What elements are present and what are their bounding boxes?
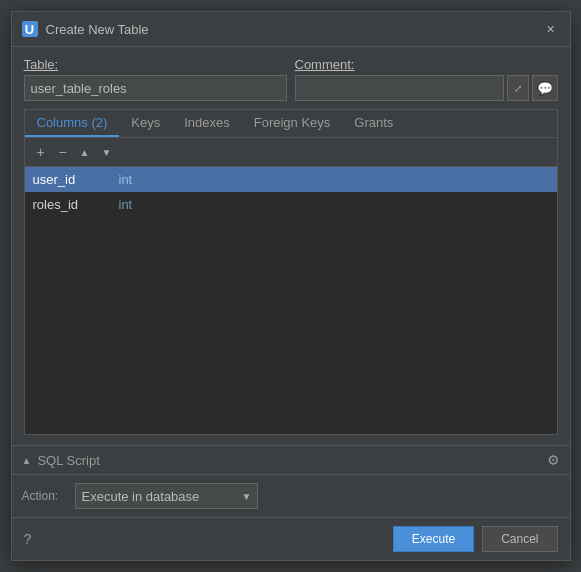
table-field-group: Table:	[24, 57, 287, 101]
tab-indexes[interactable]: Indexes	[172, 110, 242, 137]
action-select[interactable]: Execute in database Open in SQL editor C…	[76, 486, 236, 507]
table-label: Table:	[24, 57, 287, 72]
title-bar: U Create New Table ×	[12, 12, 570, 47]
dialog-title: Create New Table	[46, 22, 149, 37]
tab-grants[interactable]: Grants	[342, 110, 405, 137]
column-name: user_id	[33, 172, 113, 187]
app-icon: U	[22, 21, 38, 37]
comment-chat-button[interactable]: 💬	[532, 75, 558, 101]
settings-icon[interactable]: ⚙	[547, 452, 560, 468]
columns-list: user_id int roles_id int	[25, 167, 557, 434]
column-name: roles_id	[33, 197, 113, 212]
create-table-dialog: U Create New Table × Table: Comment: ⤢	[11, 11, 571, 561]
column-type: int	[119, 172, 133, 187]
tabs-section: Columns (2) Keys Indexes Foreign Keys Gr…	[24, 109, 558, 435]
tabs-bar: Columns (2) Keys Indexes Foreign Keys Gr…	[25, 110, 557, 138]
table-row[interactable]: user_id int	[25, 167, 557, 192]
dialog-footer: ? Execute Cancel	[12, 517, 570, 560]
comment-row: ⤢ 💬	[295, 75, 558, 101]
table-comment-row: Table: Comment: ⤢ 💬	[24, 57, 558, 101]
sql-script-title: ▲ SQL Script	[22, 453, 100, 468]
move-up-button[interactable]: ▲	[75, 142, 95, 162]
dialog-body: Table: Comment: ⤢ 💬 Columns (2)	[12, 47, 570, 445]
add-column-button[interactable]: +	[31, 142, 51, 162]
help-button[interactable]: ?	[24, 531, 32, 547]
table-name-input[interactable]	[24, 75, 287, 101]
tab-foreign-keys[interactable]: Foreign Keys	[242, 110, 343, 137]
tab-keys[interactable]: Keys	[119, 110, 172, 137]
action-label: Action:	[22, 489, 67, 503]
expand-button[interactable]: ⤢	[507, 75, 529, 101]
collapse-icon: ▲	[22, 455, 32, 466]
sql-script-label: SQL Script	[37, 453, 99, 468]
cancel-button[interactable]: Cancel	[482, 526, 557, 552]
tab-columns[interactable]: Columns (2)	[25, 110, 120, 137]
close-button[interactable]: ×	[542, 20, 560, 38]
comment-label: Comment:	[295, 57, 558, 72]
table-row[interactable]: roles_id int	[25, 192, 557, 217]
title-bar-left: U Create New Table	[22, 21, 149, 37]
column-type: int	[119, 197, 133, 212]
select-arrow-icon: ▼	[236, 491, 258, 502]
execute-button[interactable]: Execute	[393, 526, 474, 552]
comment-field-group: Comment: ⤢ 💬	[295, 57, 558, 101]
action-select-wrapper: Execute in database Open in SQL editor C…	[75, 483, 259, 509]
remove-column-button[interactable]: −	[53, 142, 73, 162]
move-down-button[interactable]: ▼	[97, 142, 117, 162]
action-row: Action: Execute in database Open in SQL …	[12, 475, 570, 517]
footer-actions: Execute Cancel	[393, 526, 558, 552]
sql-script-section: ▲ SQL Script ⚙ Action: Execute in databa…	[12, 445, 570, 517]
comment-input[interactable]	[295, 75, 504, 101]
sql-script-header[interactable]: ▲ SQL Script ⚙	[12, 446, 570, 475]
columns-toolbar: + − ▲ ▼	[25, 138, 557, 167]
